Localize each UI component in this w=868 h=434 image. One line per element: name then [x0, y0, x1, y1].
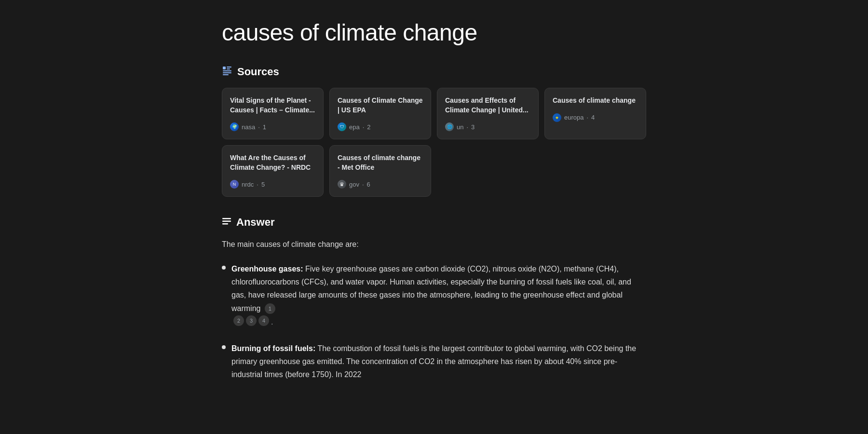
sources-label: Sources — [237, 66, 279, 78]
source-domain-6: gov — [349, 181, 359, 188]
source-number-3: 3 — [471, 123, 475, 131]
citation-badges-1: 1 — [265, 303, 275, 314]
answer-icon — [222, 217, 231, 229]
citation-period-1: . — [271, 315, 273, 328]
source-title-3: Causes and Effects of Climate Change | U… — [445, 96, 530, 115]
source-meta-6: ♛ gov · 6 — [338, 180, 423, 189]
source-number-5: 5 — [261, 181, 265, 188]
source-title-2: Causes of Climate Change | US EPA — [338, 96, 423, 115]
source-favicon-5: N — [230, 180, 239, 189]
svg-rect-1 — [227, 67, 231, 68]
answer-section: Answer The main causes of climate change… — [222, 216, 646, 381]
source-meta-2: 🛡 epa · 2 — [338, 122, 423, 131]
svg-rect-7 — [222, 220, 231, 222]
answer-item-2: Burning of fossil fuels: The combustion … — [222, 342, 646, 381]
source-favicon-3: 🌐 — [445, 122, 454, 131]
source-dot-4: · — [586, 114, 588, 121]
source-dot-6: · — [362, 181, 364, 188]
source-title-1: Vital Signs of the Planet - Causes | Fac… — [230, 96, 315, 115]
source-dot-3: · — [466, 123, 468, 131]
sources-grid-row1: Vital Signs of the Planet - Causes | Fac… — [222, 88, 646, 139]
citation-3[interactable]: 3 — [246, 315, 257, 326]
sources-icon — [222, 65, 232, 78]
source-favicon-2: 🛡 — [338, 122, 346, 131]
source-favicon-4: ★ — [553, 113, 561, 122]
source-card-5[interactable]: What Are the Causes of Climate Change? -… — [222, 145, 324, 197]
answer-list: Greenhouse gases: Five key greenhouse ga… — [222, 262, 646, 381]
answer-item-1: Greenhouse gases: Five key greenhouse ga… — [222, 262, 646, 328]
source-number-2: 2 — [367, 123, 370, 131]
source-title-6: Causes of climate change - Met Office — [338, 153, 423, 172]
source-number-1: 1 — [263, 123, 266, 131]
source-domain-4: europa — [564, 114, 583, 121]
answer-section-header: Answer — [222, 216, 646, 229]
source-meta-3: 🌐 un · 3 — [445, 122, 530, 131]
source-card-3[interactable]: Causes and Effects of Climate Change | U… — [437, 88, 539, 139]
answer-item-label-1: Greenhouse gases: — [231, 265, 303, 273]
source-meta-1: 🌍 nasa · 1 — [230, 122, 315, 131]
source-dot-5: · — [257, 181, 258, 188]
svg-rect-4 — [223, 72, 231, 73]
citation-badges-1b: 2 3 4 . — [233, 315, 273, 328]
svg-rect-5 — [223, 74, 229, 75]
source-card-1[interactable]: Vital Signs of the Planet - Causes | Fac… — [222, 88, 324, 139]
source-domain-1: nasa — [242, 123, 255, 131]
svg-rect-2 — [227, 68, 230, 69]
source-meta-5: N nrdc · 5 — [230, 180, 315, 189]
sources-grid-row2: What Are the Causes of Climate Change? -… — [222, 145, 646, 197]
answer-item-label-2: Burning of fossil fuels: — [231, 344, 315, 353]
answer-intro: The main causes of climate change are: — [222, 238, 646, 251]
sources-section-header: Sources — [222, 65, 646, 78]
answer-item-content-1: Greenhouse gases: Five key greenhouse ga… — [231, 262, 646, 328]
source-empty-2 — [544, 145, 646, 197]
svg-rect-0 — [223, 67, 226, 69]
source-dot-2: · — [363, 123, 365, 131]
svg-rect-8 — [222, 223, 228, 225]
bullet-dot-1 — [222, 266, 226, 270]
source-title-4: Causes of climate change — [553, 96, 638, 106]
source-card-4[interactable]: Causes of climate change ★ europa · 4 — [544, 88, 646, 139]
source-favicon-6: ♛ — [338, 180, 346, 189]
source-domain-2: epa — [349, 123, 360, 131]
source-domain-3: un — [457, 123, 463, 131]
svg-rect-3 — [223, 70, 231, 71]
source-favicon-1: 🌍 — [230, 122, 239, 131]
answer-label: Answer — [236, 216, 274, 229]
svg-rect-6 — [222, 218, 231, 219]
source-number-6: 6 — [367, 181, 370, 188]
main-container: causes of climate change Sources Vital S… — [193, 0, 675, 414]
source-meta-4: ★ europa · 4 — [553, 113, 638, 122]
source-card-2[interactable]: Causes of Climate Change | US EPA 🛡 epa … — [329, 88, 431, 139]
citation-1[interactable]: 1 — [265, 303, 275, 314]
citation-2[interactable]: 2 — [233, 315, 244, 326]
source-empty-1 — [437, 145, 539, 197]
source-card-6[interactable]: Causes of climate change - Met Office ♛ … — [329, 145, 431, 197]
citation-4[interactable]: 4 — [258, 315, 269, 326]
source-dot-1: · — [258, 123, 260, 131]
source-number-4: 4 — [591, 114, 595, 121]
answer-item-content-2: Burning of fossil fuels: The combustion … — [231, 342, 646, 381]
page-title: causes of climate change — [222, 19, 646, 46]
bullet-dot-2 — [222, 345, 226, 349]
source-title-5: What Are the Causes of Climate Change? -… — [230, 153, 315, 172]
source-domain-5: nrdc — [242, 181, 254, 188]
